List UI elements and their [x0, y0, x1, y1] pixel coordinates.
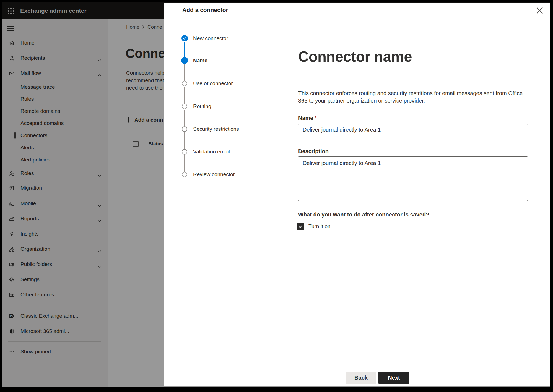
step-connector-line	[184, 132, 185, 149]
content-heading: Connector name	[298, 48, 412, 65]
step-current-icon	[181, 57, 188, 64]
name-field-label: Name*	[298, 115, 316, 121]
dialog-content: Connector name This connector enforces r…	[278, 17, 550, 367]
step-complete-icon	[181, 35, 188, 41]
checkbox-label: Turn it on	[308, 223, 331, 229]
step-new-connector[interactable]: New connector	[193, 35, 228, 42]
step-validation-email[interactable]: Validation email	[193, 148, 230, 155]
step-connector-line	[184, 42, 185, 57]
close-button[interactable]	[535, 6, 544, 15]
step-upcoming-icon	[182, 172, 187, 177]
wizard-stepper: New connector Name Use of connector Rout…	[164, 17, 278, 367]
required-asterisk: *	[314, 115, 316, 121]
next-button[interactable]: Next	[378, 372, 409, 384]
dialog-body: New connector Name Use of connector Rout…	[164, 17, 550, 367]
dialog-title: Add a connector	[182, 7, 228, 13]
after-save-question: What do you want to do after connector i…	[298, 211, 429, 218]
add-connector-dialog: Add a connector New connector Name	[164, 3, 550, 386]
exchange-admin-window: Exchange admin center Home Recipients Ma…	[2, 2, 550, 387]
check-icon	[183, 36, 186, 40]
step-review-connector[interactable]: Review connector	[193, 171, 235, 178]
step-routing[interactable]: Routing	[193, 103, 211, 110]
close-icon	[537, 7, 543, 14]
turn-it-on-checkbox-row[interactable]: Turn it on	[297, 223, 331, 230]
step-connector-line	[184, 64, 185, 81]
step-connector-line	[184, 87, 185, 104]
checkbox-checked-icon[interactable]	[297, 223, 304, 230]
step-connector-line	[184, 155, 185, 172]
step-use-of-connector[interactable]: Use of connector	[193, 80, 233, 87]
step-upcoming-icon	[182, 126, 187, 132]
step-name[interactable]: Name	[193, 57, 207, 64]
screen: Exchange admin center Home Recipients Ma…	[0, 0, 553, 392]
connector-description-textarea[interactable]	[298, 156, 528, 201]
content-description: This connector enforces routing and secu…	[298, 90, 528, 104]
check-icon	[298, 224, 303, 229]
step-connector-line	[184, 110, 185, 126]
step-upcoming-icon	[182, 104, 187, 109]
connector-name-input[interactable]	[298, 124, 528, 135]
dialog-header: Add a connector	[164, 3, 550, 17]
step-upcoming-icon	[182, 81, 187, 86]
description-field-label: Description	[298, 148, 329, 155]
step-security-restrictions[interactable]: Security restrictions	[193, 126, 239, 133]
back-button[interactable]: Back	[346, 372, 376, 384]
dialog-footer: Back Next	[164, 367, 550, 386]
step-upcoming-icon	[182, 149, 187, 155]
